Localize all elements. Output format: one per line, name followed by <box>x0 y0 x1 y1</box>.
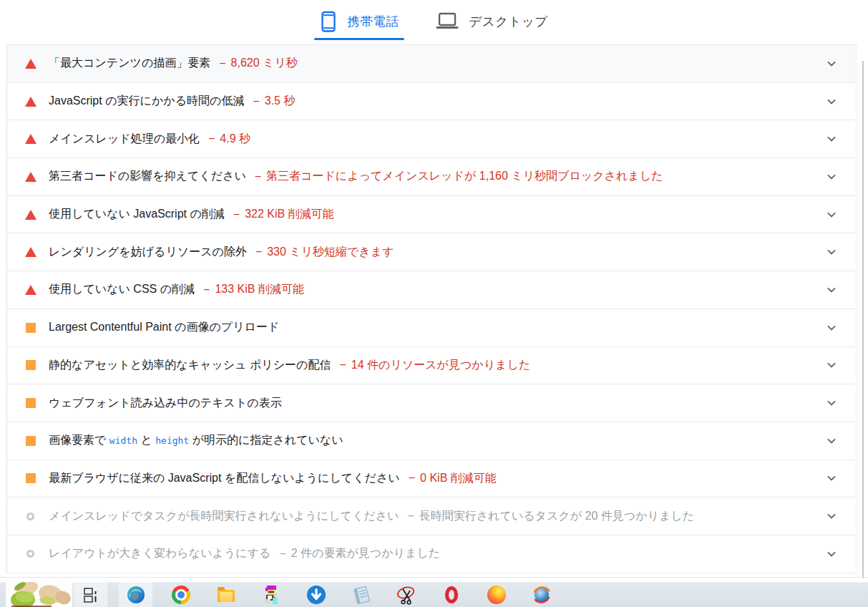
value-dash: − <box>203 283 210 296</box>
edge-icon <box>126 585 146 605</box>
audit-title: 使用していない JavaScript の削減 <box>49 207 225 222</box>
taskbar-icon-globe-sync[interactable] <box>525 582 558 607</box>
chrome-icon <box>171 585 191 605</box>
tab-mobile[interactable]: 携帯電話 <box>320 11 399 33</box>
audit-row[interactable]: 使用していない JavaScript の削減 − 322 KiB 削減可能 <box>7 196 856 234</box>
taskbar-icon-opera[interactable] <box>434 582 468 607</box>
audit-title: 「最大コンテンツの描画」要素 <box>49 56 210 71</box>
audit-row[interactable]: メインスレッド処理の最小化 − 4.9 秒 <box>7 120 856 158</box>
chevron-down-icon[interactable] <box>824 547 839 561</box>
code-token: width <box>109 435 137 446</box>
taskbar-icon-download-manager[interactable] <box>299 582 333 607</box>
chevron-down-icon[interactable] <box>824 471 839 485</box>
chevron-down-icon[interactable] <box>824 94 839 109</box>
chevron-down-icon[interactable] <box>824 321 839 335</box>
chevron-down-icon[interactable] <box>824 208 839 222</box>
audit-title: 画像要素で width と height が明示的に指定されていない <box>49 433 343 448</box>
firefox-icon <box>487 585 507 605</box>
chevron-down-icon[interactable] <box>824 283 839 297</box>
audit-title: ウェブフォント読み込み中のテキストの表示 <box>49 396 282 411</box>
severity-icon <box>24 360 36 370</box>
audit-value: 3.5 秒 <box>265 94 296 109</box>
audit-row[interactable]: JavaScript の実行にかかる時間の低減 − 3.5 秒 <box>7 83 856 121</box>
chevron-down-icon[interactable] <box>824 170 839 184</box>
severity-icon <box>24 97 36 107</box>
audit-row[interactable]: レンダリングを妨げるリソースの除外 − 330 ミリ秒短縮できます <box>7 233 856 271</box>
audit-row[interactable]: Largest Contentful Paint の画像のプリロード <box>7 309 856 347</box>
audit-value: 長時間実行されているタスクが 20 件見つかりました <box>419 509 694 524</box>
chevron-down-icon[interactable] <box>824 434 839 448</box>
chevron-down-icon[interactable] <box>824 358 839 372</box>
audit-row[interactable]: 画像要素で width と height が明示的に指定されていない <box>7 422 856 460</box>
chevron-down-icon[interactable] <box>824 396 839 410</box>
title-text: 画像要素で <box>49 434 109 446</box>
severity-icon <box>24 134 36 144</box>
taskbar-icon-file-explorer[interactable] <box>209 582 243 607</box>
audit-title: メインスレッドでタスクが長時間実行されないようにしてください <box>49 509 399 524</box>
audit-row[interactable]: ウェブフォント読み込み中のテキストの表示 <box>7 384 856 422</box>
tab-mobile-label: 携帯電話 <box>347 13 399 30</box>
audit-title: 最新ブラウザに従来の JavaScript を配信しないようにしてください <box>49 471 400 486</box>
chevron-down-icon[interactable] <box>824 245 839 259</box>
taskbar-icons <box>74 582 558 607</box>
audit-value: 4.9 秒 <box>220 132 250 147</box>
severity-icon <box>24 323 36 333</box>
audit-row[interactable]: 最新ブラウザに従来の JavaScript を配信しないようにしてください − … <box>7 460 856 498</box>
audit-title: 静的なアセットと効率的なキャッシュ ポリシーの配信 <box>49 358 331 373</box>
task-view-icon <box>81 585 101 605</box>
taskbar-icon-notepad[interactable] <box>344 582 378 607</box>
taskbar-icon-edge[interactable] <box>119 582 152 607</box>
audit-value: 2 件の要素が見つかりました <box>291 546 440 561</box>
value-dash: − <box>255 170 261 183</box>
value-dash: − <box>253 95 259 108</box>
chevron-down-icon[interactable] <box>824 57 839 71</box>
opera-icon <box>442 585 462 605</box>
severity-icon <box>24 550 36 558</box>
audit-list: 「最大コンテンツの描画」要素 − 8,620 ミリ秒 JavaScript の実… <box>6 44 857 573</box>
page-bottom-divider <box>0 577 868 578</box>
pixel-character-icon <box>261 585 281 605</box>
audit-row[interactable]: メインスレッドでタスクが長時間実行されないようにしてください − 長時間実行され… <box>7 497 856 535</box>
chevron-down-icon[interactable] <box>824 509 839 523</box>
taskbar-icon-pixel-character[interactable] <box>254 582 288 607</box>
globe-sync-icon <box>532 585 552 605</box>
audit-row[interactable]: レイアウトが大きく変わらないようにする − 2 件の要素が見つかりました <box>7 535 856 573</box>
snipping-tool-icon <box>396 585 416 605</box>
severity-icon <box>24 285 36 295</box>
desktop-icon <box>436 12 459 31</box>
taskbar-icon-snipping-tool[interactable] <box>389 582 423 607</box>
mobile-phone-icon <box>320 11 337 33</box>
taskbar-icon-firefox[interactable] <box>479 582 513 607</box>
audit-value: 第三者コードによってメインスレッドが 1,160 ミリ秒間ブロックされました <box>266 169 663 184</box>
severity-icon <box>24 473 36 483</box>
tab-desktop[interactable]: デスクトップ <box>436 12 547 31</box>
audit-value: 0 KiB 削減可能 <box>420 471 497 486</box>
chevron-down-icon[interactable] <box>824 132 839 146</box>
audit-row[interactable]: 使用していない CSS の削減 − 133 KiB 削減可能 <box>7 271 856 309</box>
code-token: height <box>155 435 189 446</box>
audit-value: 8,620 ミリ秒 <box>231 56 298 71</box>
severity-icon <box>24 59 36 69</box>
severity-icon <box>24 398 36 408</box>
taskbar-icon-task-view[interactable] <box>74 582 107 607</box>
file-explorer-icon <box>216 585 236 605</box>
severity-icon <box>24 172 36 182</box>
windows-taskbar <box>0 582 868 607</box>
value-dash: − <box>407 510 414 523</box>
tab-desktop-label: デスクトップ <box>469 13 547 30</box>
audit-value: 330 ミリ秒短縮できます <box>267 245 394 260</box>
severity-icon <box>24 513 36 520</box>
audit-value: 322 KiB 削減可能 <box>245 207 333 222</box>
audit-value: 133 KiB 削減可能 <box>215 282 303 297</box>
scrollbar-thumb[interactable] <box>862 61 864 578</box>
audit-value: 14 件のリソースが見つかりました <box>351 358 530 373</box>
value-dash: − <box>255 246 262 258</box>
taskbar-icon-chrome[interactable] <box>164 582 198 607</box>
audit-row[interactable]: 第三者コードの影響を抑えてください − 第三者コードによってメインスレッドが 1… <box>7 158 856 196</box>
value-dash: − <box>208 132 215 145</box>
audit-row[interactable]: 静的なアセットと効率的なキャッシュ ポリシーの配信 − 14 件のリソースが見つ… <box>7 347 856 385</box>
audit-title: 第三者コードの影響を抑えてください <box>49 169 246 184</box>
audit-title: JavaScript の実行にかかる時間の低減 <box>49 94 244 109</box>
audit-row[interactable]: 「最大コンテンツの描画」要素 − 8,620 ミリ秒 <box>7 45 856 83</box>
notepad-icon <box>351 585 371 605</box>
